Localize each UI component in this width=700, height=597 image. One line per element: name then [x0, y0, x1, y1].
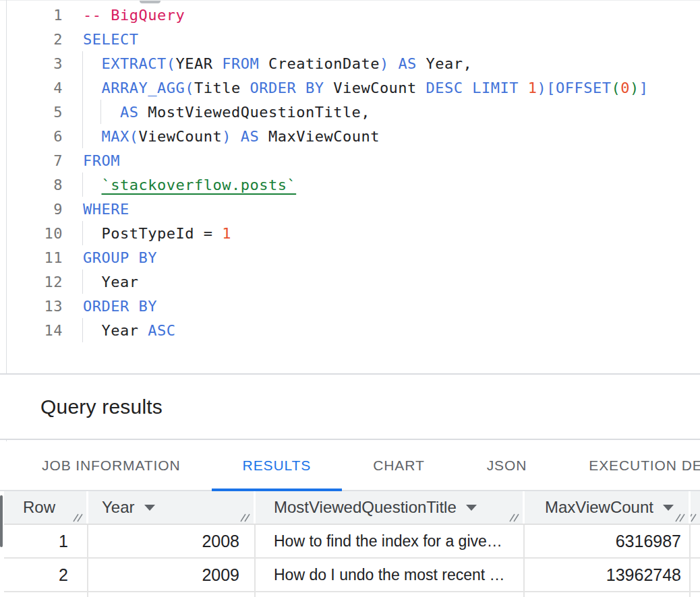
indent-guide [82, 172, 83, 197]
column-header-maxviewcount[interactable]: MaxViewCount [525, 491, 691, 524]
line-number: 5 [0, 104, 63, 121]
code-token: Year, [417, 55, 472, 72]
code-token: MAX( [102, 128, 139, 145]
code-token [231, 128, 241, 145]
line-number: 9 [0, 201, 63, 218]
cell-title: How to find the index for a give… [256, 525, 525, 557]
code-line: 5 AS MostViewedQuestionTitle, [0, 100, 700, 124]
code-token: ORDER BY [83, 298, 157, 315]
code-token: SELECT [83, 31, 138, 48]
column-resize-handle[interactable] [508, 513, 519, 522]
table-reference-link[interactable]: `stackoverflow.posts` [102, 177, 297, 193]
code-token [212, 55, 222, 72]
code-line: 1-- BigQuery [0, 3, 700, 27]
code-token: ( [612, 80, 621, 96]
code-token: ViewCount [324, 80, 426, 96]
column-header-year[interactable]: Year [88, 491, 256, 524]
column-header-label: Year [102, 498, 135, 517]
code-lines: 1-- BigQuery2SELECT3 EXTRACT(YEAR FROM C… [0, 1, 700, 342]
code-line: 3 EXTRACT(YEAR FROM CreationDate) AS Yea… [0, 51, 700, 75]
tab-label: RESULTS [243, 458, 312, 474]
cell-title [256, 592, 525, 597]
tab-job-information[interactable]: JOB INFORMATION [11, 441, 212, 490]
code-text: SELECT [83, 31, 138, 48]
code-text: MAX(ViewCount) AS MaxViewCount [83, 128, 380, 145]
code-token: ) [380, 55, 389, 72]
results-table: RowYearMostViewedQuestionTitleMaxViewCou… [0, 491, 700, 597]
sort-arrow-icon[interactable] [144, 505, 155, 511]
code-text: PostTypeId = 1 [83, 225, 231, 242]
column-resize-handle[interactable] [239, 513, 250, 522]
code-token: Year [83, 274, 138, 290]
code-text: EXTRACT(YEAR FROM CreationDate) AS Year, [83, 55, 472, 72]
code-token: Year [83, 322, 148, 339]
cell-extra [691, 525, 700, 557]
column-header-mostviewedquestiontitle[interactable]: MostViewedQuestionTitle [256, 491, 525, 524]
column-resize-handle[interactable] [674, 513, 685, 522]
indent-guide [82, 318, 83, 342]
code-text: Year [83, 274, 138, 290]
indent-guide [82, 221, 83, 245]
code-token: 1 [222, 225, 231, 242]
tab-execution-details[interactable]: EXECUTION DETAILS [558, 441, 700, 490]
indent-guide [82, 100, 83, 124]
column-header-row[interactable]: Row [4, 491, 88, 524]
table-header-row: RowYearMostViewedQuestionTitleMaxViewCou… [4, 491, 700, 525]
column-resize-handle[interactable] [72, 513, 83, 522]
code-token: MostViewedQuestionTitle, [138, 104, 370, 121]
line-number: 1 [0, 7, 63, 24]
tab-chart[interactable]: CHART [342, 441, 455, 490]
vertical-scrollbar-thumb[interactable] [0, 495, 3, 547]
column-header-label: MostViewedQuestionTitle [274, 498, 457, 517]
tab-label: EXECUTION DETAILS [589, 458, 700, 474]
column-resize-handle[interactable] [691, 513, 697, 522]
table-row-partial [4, 592, 700, 597]
code-token: PostTypeId = [102, 225, 223, 242]
code-line: 7FROM [0, 148, 700, 172]
cell-value: 2 [59, 565, 68, 585]
line-number: 8 [0, 177, 63, 193]
cell-value: 13962748 [606, 565, 681, 585]
code-line: 14 Year ASC [0, 318, 700, 342]
code-token: -- BigQuery [83, 7, 185, 24]
code-token: EXTRACT( [102, 55, 176, 72]
line-number: 14 [0, 322, 63, 339]
sort-arrow-icon[interactable] [663, 505, 674, 511]
code-token: ) [222, 128, 231, 145]
cell-value: 2009 [202, 565, 239, 585]
tab-label: JOB INFORMATION [42, 458, 181, 474]
results-tabs: JOB INFORMATIONRESULTSCHARTJSONEXECUTION… [0, 441, 700, 491]
cell-max: 13962748 [525, 559, 691, 591]
indent-guide [100, 100, 101, 124]
line-number: 12 [0, 274, 63, 290]
cell-year [88, 592, 256, 597]
code-line: 4 ARRAY_AGG(Title ORDER BY ViewCount DES… [0, 75, 700, 100]
sql-editor[interactable]: 1-- BigQuery2SELECT3 EXTRACT(YEAR FROM C… [0, 0, 700, 373]
code-text: ORDER BY [83, 298, 157, 315]
cell-row: 1 [4, 525, 88, 557]
code-token: FROM [222, 55, 259, 72]
code-text: FROM [83, 152, 120, 169]
code-token: Title [194, 80, 250, 96]
indent-guide [82, 75, 83, 100]
cell-value: How do I undo the most recent … [274, 566, 505, 584]
indent-guide [82, 51, 83, 75]
code-token: AS [120, 104, 139, 121]
line-number: 4 [0, 80, 63, 96]
code-text: -- BigQuery [83, 7, 185, 24]
tab-results[interactable]: RESULTS [212, 441, 343, 490]
indent-guide [82, 124, 83, 148]
code-token: )[OFFSET [537, 80, 612, 96]
line-number: 2 [0, 31, 63, 48]
code-token: ViewCount [138, 128, 222, 145]
table-body: 12008How to find the index for a give…63… [0, 525, 700, 597]
tab-label: CHART [373, 458, 424, 474]
line-number: 6 [0, 128, 63, 145]
tab-json[interactable]: JSON [456, 441, 558, 490]
sort-arrow-icon[interactable] [466, 505, 477, 511]
cell-title: How do I undo the most recent … [256, 559, 525, 591]
code-text: ARRAY_AGG(Title ORDER BY ViewCount DESC … [83, 80, 649, 96]
code-token: ] [639, 80, 649, 96]
code-token: YEAR [175, 55, 212, 72]
cell-year: 2008 [88, 525, 256, 557]
